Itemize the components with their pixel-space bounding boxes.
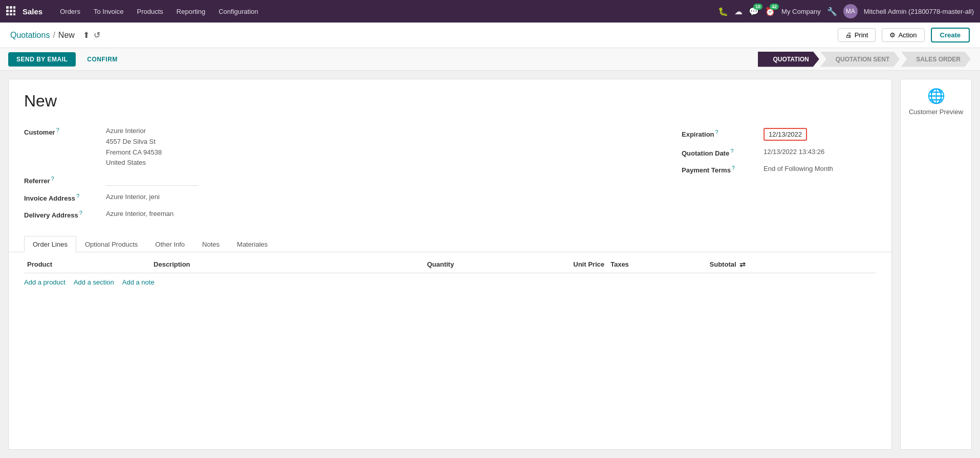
col-unit-price: Unit Price bbox=[457, 256, 607, 273]
reset-icon[interactable]: ↺ bbox=[94, 30, 100, 40]
customer-field-row: Customer? Azure Interior 4557 De Silva S… bbox=[24, 126, 682, 168]
add-product-link[interactable]: Add a product bbox=[24, 278, 66, 286]
chat-icon[interactable]: 💬10 bbox=[749, 7, 759, 16]
grid-icon[interactable] bbox=[6, 6, 15, 17]
gear-icon: ⚙ bbox=[889, 31, 896, 39]
customer-preview-panel: 🌐 Customer Preview bbox=[900, 79, 972, 450]
tab-order-lines[interactable]: Order Lines bbox=[24, 236, 76, 252]
svg-rect-1 bbox=[10, 6, 12, 9]
breadcrumb-bar: Quotations / New ⬆ ↺ 🖨 Print ⚙ Action Cr… bbox=[0, 23, 980, 48]
customer-value: Azure Interior 4557 De Silva St Fremont … bbox=[106, 126, 162, 168]
referrer-field-row: Referrer? bbox=[24, 175, 682, 186]
nav-menu: Orders To Invoice Products Reporting Con… bbox=[54, 5, 715, 18]
printer-icon: 🖨 bbox=[845, 31, 852, 39]
settings-icon[interactable]: 🔧 bbox=[827, 7, 837, 16]
col-quantity: Quantity bbox=[323, 256, 458, 273]
payment-terms-label: Payment Terms? bbox=[682, 164, 764, 174]
chat-badge: 10 bbox=[753, 4, 763, 10]
svg-rect-4 bbox=[10, 10, 12, 12]
delivery-help[interactable]: ? bbox=[79, 210, 82, 216]
cloud-icon[interactable]: ☁ bbox=[734, 7, 743, 16]
expiration-input[interactable]: 12/13/2022 bbox=[764, 128, 807, 141]
delivery-address-value: Azure Interior, freeman bbox=[106, 209, 173, 220]
form-container: New Customer? Azure Interior 4557 De Sil… bbox=[8, 79, 892, 450]
tab-other-info[interactable]: Other Info bbox=[146, 236, 193, 252]
svg-rect-3 bbox=[6, 10, 9, 12]
referrer-value[interactable] bbox=[106, 175, 198, 186]
col-subtotal: Subtotal ⇄ bbox=[707, 256, 876, 273]
add-section-link[interactable]: Add a section bbox=[74, 278, 114, 286]
tabs-bar: Order Lines Optional Products Other Info… bbox=[9, 236, 891, 252]
svg-rect-7 bbox=[10, 13, 12, 15]
col-product: Product bbox=[24, 256, 150, 273]
payment-terms-help[interactable]: ? bbox=[732, 165, 735, 171]
referrer-label: Referrer? bbox=[24, 175, 106, 185]
expiration-help[interactable]: ? bbox=[715, 129, 718, 135]
main-content: New Customer? Azure Interior 4557 De Sil… bbox=[0, 71, 980, 458]
send-email-button[interactable]: SEND BY EMAIL bbox=[8, 52, 76, 67]
breadcrumb-actions: 🖨 Print ⚙ Action Create bbox=[838, 28, 970, 42]
svg-rect-8 bbox=[13, 13, 15, 15]
avatar[interactable]: MA bbox=[843, 4, 858, 18]
form-actions: SEND BY EMAIL CONFIRM bbox=[8, 52, 758, 67]
form-header: New bbox=[9, 79, 891, 126]
col-description: Description bbox=[150, 256, 323, 273]
columns-settings-icon[interactable]: ⇄ bbox=[739, 260, 746, 269]
invoice-help[interactable]: ? bbox=[76, 193, 79, 199]
form-left: Customer? Azure Interior 4557 De Silva S… bbox=[24, 126, 682, 226]
top-navigation: Sales Orders To Invoice Products Reporti… bbox=[0, 0, 980, 23]
svg-rect-0 bbox=[6, 6, 9, 9]
form-title: New bbox=[24, 92, 876, 111]
invoice-address-label: Invoice Address? bbox=[24, 192, 106, 202]
user-name: Mitchell Admin (21800778-master-all) bbox=[864, 8, 974, 15]
payment-terms-value: End of Following Month bbox=[764, 164, 833, 175]
clock-badge: 42 bbox=[770, 4, 779, 10]
nav-to-invoice[interactable]: To Invoice bbox=[88, 5, 130, 18]
quotation-date-help[interactable]: ? bbox=[730, 148, 733, 154]
tab-optional-products[interactable]: Optional Products bbox=[76, 236, 146, 252]
referrer-help[interactable]: ? bbox=[51, 176, 54, 182]
nav-right: 🐛 ☁ 💬10 ⏰42 My Company 🔧 MA Mitchell Adm… bbox=[718, 4, 974, 18]
upload-icon[interactable]: ⬆ bbox=[83, 30, 90, 40]
quotation-date-label: Quotation Date? bbox=[682, 147, 764, 157]
pipeline-step-quotation-sent[interactable]: QUOTATION SENT bbox=[820, 52, 900, 67]
quotation-date-field-row: Quotation Date? 12/13/2022 13:43:26 bbox=[682, 147, 876, 158]
delivery-address-label: Delivery Address? bbox=[24, 209, 106, 219]
customer-preview-label[interactable]: Customer Preview bbox=[909, 107, 963, 117]
app-name: Sales bbox=[23, 7, 42, 16]
svg-rect-6 bbox=[6, 13, 9, 15]
form-fields: Customer? Azure Interior 4557 De Silva S… bbox=[9, 126, 891, 226]
expiration-label: Expiration? bbox=[682, 128, 764, 138]
nav-reporting[interactable]: Reporting bbox=[170, 5, 211, 18]
customer-help[interactable]: ? bbox=[56, 127, 59, 133]
table-container: Product Description Quantity Unit Price … bbox=[9, 256, 891, 292]
nav-products[interactable]: Products bbox=[130, 5, 169, 18]
tabs-container: Order Lines Optional Products Other Info… bbox=[9, 236, 891, 292]
nav-configuration[interactable]: Configuration bbox=[212, 5, 264, 18]
nav-orders[interactable]: Orders bbox=[54, 5, 86, 18]
breadcrumb: Quotations / New ⬆ ↺ bbox=[10, 30, 838, 40]
svg-rect-5 bbox=[13, 10, 15, 12]
col-taxes: Taxes bbox=[607, 256, 707, 273]
add-note-link[interactable]: Add a note bbox=[122, 278, 155, 286]
breadcrumb-current: New bbox=[58, 31, 75, 40]
globe-icon: 🌐 bbox=[927, 88, 945, 104]
create-button[interactable]: Create bbox=[931, 28, 970, 42]
status-bar: SEND BY EMAIL CONFIRM QUOTATIONQUOTATION… bbox=[0, 48, 980, 71]
confirm-button[interactable]: CONFIRM bbox=[80, 52, 125, 67]
tab-materiales[interactable]: Materiales bbox=[228, 236, 276, 252]
clock-icon[interactable]: ⏰42 bbox=[765, 7, 775, 16]
company-name: My Company bbox=[781, 8, 821, 15]
svg-rect-2 bbox=[13, 6, 15, 9]
invoice-address-value: Azure Interior, jeni bbox=[106, 192, 160, 203]
breadcrumb-parent[interactable]: Quotations bbox=[10, 31, 50, 40]
breadcrumb-separator: / bbox=[53, 31, 55, 40]
action-button[interactable]: ⚙ Action bbox=[882, 28, 924, 42]
bug-icon[interactable]: 🐛 bbox=[718, 7, 728, 16]
form-right: Expiration? 12/13/2022 Quotation Date? 1… bbox=[682, 126, 876, 226]
quotation-date-value: 12/13/2022 13:43:26 bbox=[764, 147, 824, 158]
print-button[interactable]: 🖨 Print bbox=[838, 28, 876, 42]
pipeline-step-quotation[interactable]: QUOTATION bbox=[758, 52, 819, 67]
tab-notes[interactable]: Notes bbox=[193, 236, 228, 252]
pipeline-step-sales-order[interactable]: SALES ORDER bbox=[901, 52, 971, 67]
